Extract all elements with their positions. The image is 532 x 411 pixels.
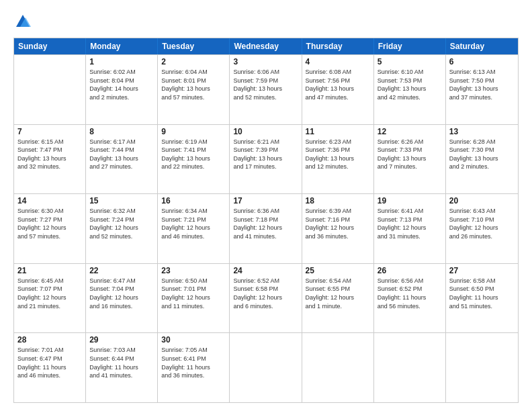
cell-info-text: Sunrise: 6:06 AM Sunset: 7:59 PM Dayligh… [233, 68, 298, 101]
calendar-cell: 2Sunrise: 6:04 AM Sunset: 8:01 PM Daylig… [158, 55, 230, 124]
calendar-cell: 24Sunrise: 6:52 AM Sunset: 6:58 PM Dayli… [230, 264, 302, 333]
calendar-cell: 26Sunrise: 6:56 AM Sunset: 6:52 PM Dayli… [374, 264, 446, 333]
cell-date-number: 16 [161, 196, 226, 205]
calendar-cell: 21Sunrise: 6:45 AM Sunset: 7:07 PM Dayli… [14, 264, 86, 333]
cell-info-text: Sunrise: 6:41 AM Sunset: 7:13 PM Dayligh… [378, 207, 442, 240]
calendar-cell: 14Sunrise: 6:30 AM Sunset: 7:27 PM Dayli… [14, 194, 86, 263]
cell-date-number: 9 [161, 127, 226, 136]
cell-info-text: Sunrise: 7:03 AM Sunset: 6:44 PM Dayligh… [89, 346, 154, 379]
cell-info-text: Sunrise: 7:05 AM Sunset: 6:41 PM Dayligh… [161, 346, 226, 379]
cell-info-text: Sunrise: 6:47 AM Sunset: 7:04 PM Dayligh… [89, 277, 154, 310]
cell-date-number: 1 [89, 57, 154, 66]
cell-info-text: Sunrise: 6:04 AM Sunset: 8:01 PM Dayligh… [161, 68, 226, 101]
calendar-header-cell: Monday [86, 38, 158, 54]
cell-info-text: Sunrise: 6:30 AM Sunset: 7:27 PM Dayligh… [17, 207, 82, 240]
cell-info-text: Sunrise: 6:34 AM Sunset: 7:21 PM Dayligh… [161, 207, 226, 240]
cell-info-text: Sunrise: 6:45 AM Sunset: 7:07 PM Dayligh… [17, 277, 82, 310]
calendar-week-row: 14Sunrise: 6:30 AM Sunset: 7:27 PM Dayli… [14, 193, 518, 263]
cell-date-number: 25 [306, 266, 370, 275]
calendar-cell: 1Sunrise: 6:02 AM Sunset: 8:04 PM Daylig… [86, 55, 158, 124]
cell-date-number: 15 [89, 196, 154, 205]
calendar-header-cell: Friday [374, 38, 446, 54]
calendar-cell: 28Sunrise: 7:01 AM Sunset: 6:47 PM Dayli… [14, 333, 86, 402]
cell-info-text: Sunrise: 6:39 AM Sunset: 7:16 PM Dayligh… [306, 207, 370, 240]
cell-info-text: Sunrise: 6:10 AM Sunset: 7:53 PM Dayligh… [378, 68, 442, 101]
cell-date-number: 29 [89, 335, 154, 345]
calendar-cell: 27Sunrise: 6:58 AM Sunset: 6:50 PM Dayli… [446, 264, 518, 333]
cell-date-number: 24 [233, 266, 298, 275]
calendar-cell: 13Sunrise: 6:28 AM Sunset: 7:30 PM Dayli… [446, 125, 518, 194]
cell-info-text: Sunrise: 6:54 AM Sunset: 6:55 PM Dayligh… [306, 277, 370, 310]
cell-info-text: Sunrise: 6:19 AM Sunset: 7:41 PM Dayligh… [161, 138, 226, 171]
calendar-cell [14, 55, 86, 124]
calendar-cell: 20Sunrise: 6:43 AM Sunset: 7:10 PM Dayli… [446, 194, 518, 263]
cell-info-text: Sunrise: 6:21 AM Sunset: 7:39 PM Dayligh… [233, 138, 298, 171]
cell-info-text: Sunrise: 6:32 AM Sunset: 7:24 PM Dayligh… [89, 207, 154, 240]
calendar-header-cell: Saturday [446, 38, 518, 54]
calendar-cell: 15Sunrise: 6:32 AM Sunset: 7:24 PM Dayli… [86, 194, 158, 263]
cell-date-number: 11 [306, 127, 370, 136]
calendar-cell [302, 333, 374, 402]
cell-date-number: 13 [449, 127, 515, 136]
cell-info-text: Sunrise: 6:17 AM Sunset: 7:44 PM Dayligh… [89, 138, 154, 171]
calendar-cell: 30Sunrise: 7:05 AM Sunset: 6:41 PM Dayli… [158, 333, 230, 402]
calendar: SundayMondayTuesdayWednesdayThursdayFrid… [13, 38, 519, 403]
calendar-cell: 7Sunrise: 6:15 AM Sunset: 7:47 PM Daylig… [14, 125, 86, 194]
cell-date-number: 10 [233, 127, 298, 136]
calendar-cell: 18Sunrise: 6:39 AM Sunset: 7:16 PM Dayli… [302, 194, 374, 263]
cell-date-number: 27 [449, 266, 515, 275]
calendar-week-row: 1Sunrise: 6:02 AM Sunset: 8:04 PM Daylig… [14, 54, 518, 124]
cell-date-number: 7 [17, 127, 82, 136]
cell-date-number: 8 [89, 127, 154, 136]
calendar-cell: 25Sunrise: 6:54 AM Sunset: 6:55 PM Dayli… [302, 264, 374, 333]
cell-info-text: Sunrise: 6:52 AM Sunset: 6:58 PM Dayligh… [233, 277, 298, 310]
cell-date-number: 6 [449, 57, 515, 66]
calendar-cell: 22Sunrise: 6:47 AM Sunset: 7:04 PM Dayli… [86, 264, 158, 333]
cell-date-number: 17 [233, 196, 298, 205]
calendar-week-row: 21Sunrise: 6:45 AM Sunset: 7:07 PM Dayli… [14, 263, 518, 333]
cell-info-text: Sunrise: 6:23 AM Sunset: 7:36 PM Dayligh… [306, 138, 370, 171]
cell-date-number: 2 [161, 57, 226, 66]
calendar-cell: 3Sunrise: 6:06 AM Sunset: 7:59 PM Daylig… [230, 55, 302, 124]
cell-date-number: 23 [161, 266, 226, 275]
calendar-cell: 17Sunrise: 6:36 AM Sunset: 7:18 PM Dayli… [230, 194, 302, 263]
calendar-cell: 23Sunrise: 6:50 AM Sunset: 7:01 PM Dayli… [158, 264, 230, 333]
calendar-cell [374, 333, 446, 402]
cell-date-number: 3 [233, 57, 298, 66]
cell-info-text: Sunrise: 6:28 AM Sunset: 7:30 PM Dayligh… [449, 138, 515, 171]
calendar-header-cell: Thursday [302, 38, 374, 54]
cell-date-number: 22 [89, 266, 154, 275]
calendar-cell: 19Sunrise: 6:41 AM Sunset: 7:13 PM Dayli… [374, 194, 446, 263]
cell-info-text: Sunrise: 6:26 AM Sunset: 7:33 PM Dayligh… [378, 138, 442, 171]
calendar-cell: 11Sunrise: 6:23 AM Sunset: 7:36 PM Dayli… [302, 125, 374, 194]
logo [13, 12, 35, 31]
cell-info-text: Sunrise: 6:56 AM Sunset: 6:52 PM Dayligh… [378, 277, 442, 310]
cell-date-number: 18 [306, 196, 370, 205]
calendar-cell: 8Sunrise: 6:17 AM Sunset: 7:44 PM Daylig… [86, 125, 158, 194]
calendar-cell [446, 333, 518, 402]
calendar-cell: 5Sunrise: 6:10 AM Sunset: 7:53 PM Daylig… [374, 55, 446, 124]
logo-icon [13, 12, 32, 31]
cell-info-text: Sunrise: 6:08 AM Sunset: 7:56 PM Dayligh… [306, 68, 370, 101]
cell-date-number: 21 [17, 266, 82, 275]
cell-info-text: Sunrise: 6:58 AM Sunset: 6:50 PM Dayligh… [449, 277, 515, 310]
cell-info-text: Sunrise: 7:01 AM Sunset: 6:47 PM Dayligh… [17, 346, 82, 379]
cell-date-number: 20 [449, 196, 515, 205]
cell-date-number: 5 [378, 57, 442, 66]
calendar-cell: 6Sunrise: 6:13 AM Sunset: 7:50 PM Daylig… [446, 55, 518, 124]
calendar-cell: 4Sunrise: 6:08 AM Sunset: 7:56 PM Daylig… [302, 55, 374, 124]
calendar-week-row: 7Sunrise: 6:15 AM Sunset: 7:47 PM Daylig… [14, 124, 518, 194]
calendar-week-row: 28Sunrise: 7:01 AM Sunset: 6:47 PM Dayli… [14, 332, 518, 402]
cell-date-number: 19 [378, 196, 442, 205]
calendar-header-cell: Wednesday [230, 38, 302, 54]
cell-info-text: Sunrise: 6:50 AM Sunset: 7:01 PM Dayligh… [161, 277, 226, 310]
cell-date-number: 4 [306, 57, 370, 66]
calendar-cell: 16Sunrise: 6:34 AM Sunset: 7:21 PM Dayli… [158, 194, 230, 263]
page: SundayMondayTuesdayWednesdayThursdayFrid… [0, 0, 532, 411]
cell-date-number: 30 [161, 335, 226, 345]
cell-info-text: Sunrise: 6:43 AM Sunset: 7:10 PM Dayligh… [449, 207, 515, 240]
cell-info-text: Sunrise: 6:15 AM Sunset: 7:47 PM Dayligh… [17, 138, 82, 171]
cell-info-text: Sunrise: 6:13 AM Sunset: 7:50 PM Dayligh… [449, 68, 515, 101]
cell-info-text: Sunrise: 6:36 AM Sunset: 7:18 PM Dayligh… [233, 207, 298, 240]
calendar-cell: 10Sunrise: 6:21 AM Sunset: 7:39 PM Dayli… [230, 125, 302, 194]
